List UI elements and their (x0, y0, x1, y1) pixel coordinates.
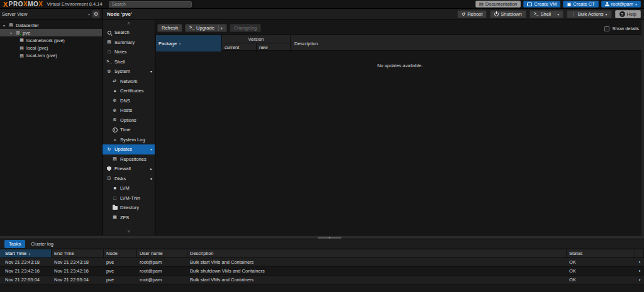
sidebar-item-dns[interactable]: ⊕ DNS (103, 96, 155, 106)
gear-icon: ⚙ (112, 117, 118, 122)
help-icon: ? (619, 11, 625, 17)
chevron-right-icon[interactable]: › (635, 259, 644, 265)
grid-icon: ▦ (112, 215, 118, 220)
sidebar-item-directory[interactable]: Directory (103, 203, 155, 213)
tree-item-localnetwork[interactable]: ▦ localnetwork (pve) (0, 36, 102, 44)
reboot-button[interactable]: ↺ Reboot (457, 10, 487, 18)
column-header-end-time[interactable]: End Time (52, 249, 104, 257)
column-header-user-name[interactable]: User name (137, 249, 187, 257)
empty-message: No updates available. (156, 63, 644, 68)
create-ct-button[interactable]: ▣ Create CT (563, 1, 599, 8)
sidebar-item-network[interactable]: ⇄ Network (103, 77, 155, 87)
column-header-description[interactable]: Description (291, 35, 644, 51)
scroll-up-icon[interactable]: ∧ (103, 21, 155, 26)
shell-button[interactable]: >_ Shell ▾ (530, 10, 564, 18)
task-row[interactable]: Nov 21 22:55:04 Nov 21 22:55:04 pve root… (0, 276, 644, 284)
sidebar-item-notes[interactable]: □ Notes (103, 47, 155, 57)
tree-item-local[interactable]: ▤ local (pve) (0, 45, 102, 52)
list-icon: ≡ (112, 138, 118, 142)
view-selector[interactable]: Server View ▾ ⚙ (0, 9, 103, 19)
sidebar-item-time[interactable]: Time (103, 125, 155, 135)
square-filled-icon: ■ (112, 186, 118, 190)
tree-item-datacenter[interactable]: ▾ ▤ Datacenter (0, 21, 102, 29)
column-header-new[interactable]: new (257, 43, 291, 51)
sort-asc-icon: ↑ (179, 41, 181, 46)
column-header-node[interactable]: Node (104, 249, 137, 257)
clock-icon (113, 127, 118, 132)
sidebar-item-shell[interactable]: >_ Shell (103, 57, 155, 67)
shield-icon (107, 166, 111, 171)
sidebar-item-zfs[interactable]: ▦ ZFS (103, 213, 155, 223)
book-icon: ▤ (479, 1, 484, 7)
tree-settings-button[interactable]: ⚙ (92, 10, 100, 18)
updates-panel: Refresh >_ Upgrade ▾ Changelog Show deta… (156, 20, 644, 235)
node-icon: ▥ (15, 30, 21, 35)
sidebar-item-certificates[interactable]: ● Certificates (103, 86, 155, 96)
column-header-start-time[interactable]: Start Time ↓ (0, 249, 52, 257)
column-header-status[interactable]: Status (567, 249, 635, 257)
column-header-current[interactable]: current (222, 43, 257, 51)
reboot-icon: ↺ (462, 11, 465, 17)
online-status-icon (19, 33, 22, 36)
changelog-button: Changelog (230, 24, 261, 32)
sidebar-item-firewall[interactable]: Firewall ▸ (103, 164, 155, 174)
sidebar-item-lvm-thin[interactable]: □ LVM-Thin (103, 193, 155, 203)
sidebar-item-system-log[interactable]: ≡ System Log (103, 135, 155, 145)
checkbox-icon[interactable] (604, 26, 609, 31)
chevron-down-icon[interactable]: ▾ (218, 25, 223, 31)
column-header-version[interactable]: Version (222, 35, 291, 43)
chevron-right-icon[interactable]: › (635, 277, 644, 283)
sidebar-item-lvm[interactable]: ■ LVM (103, 183, 155, 193)
note-icon: □ (106, 50, 112, 54)
gears-icon: ⚙ (106, 69, 112, 74)
top-header: XPROXMOX Virtual Environment 8.4.14 ▤ Do… (0, 0, 644, 9)
sidebar-item-system[interactable]: ⚙ System ▾ (103, 67, 155, 77)
gear-icon: ⚙ (94, 11, 98, 17)
bulk-actions-button[interactable]: ⋮ Bulk Actions ▾ (567, 10, 611, 18)
documentation-button[interactable]: ▤ Documentation (475, 1, 521, 8)
status-badge: OK (567, 277, 635, 283)
bulk-actions-icon: ⋮ (571, 11, 576, 17)
tree-item-local-lvm[interactable]: ▤ local-lvm (pve) (0, 52, 102, 60)
global-search-input[interactable] (109, 1, 192, 8)
sidebar-item-summary[interactable]: ▤ Summary (103, 38, 155, 48)
sort-desc-icon: ↓ (28, 251, 31, 256)
splitter-handle-icon[interactable]: ▾ (318, 237, 341, 239)
expander-icon[interactable]: ▾ (2, 23, 6, 28)
tree-item-pve[interactable]: ▾ ▥ pve (0, 29, 102, 36)
sidebar-item-search[interactable]: Search (103, 28, 155, 38)
folder-icon (113, 206, 118, 210)
task-row[interactable]: Nov 21 23:42:16 Nov 21 23:42:16 pve root… (0, 267, 644, 276)
sidebar-item-disks[interactable]: ⊟ Disks ▾ (103, 174, 155, 184)
user-menu-button[interactable]: root@pam ▾ (601, 1, 641, 8)
scroll-down-icon[interactable]: ∨ (103, 229, 155, 234)
tasks-panel: Tasks Cluster log Start Time ↓ End Time … (0, 239, 644, 292)
shutdown-button[interactable]: Shutdown (490, 10, 526, 18)
tab-tasks[interactable]: Tasks (4, 240, 25, 248)
proxmox-app: XPROXMOX Virtual Environment 8.4.14 ▤ Do… (0, 0, 644, 292)
expander-icon[interactable]: ▾ (9, 31, 13, 35)
refresh-button[interactable]: Refresh (157, 24, 182, 32)
sidebar-item-hosts[interactable]: ⊕ Hosts (103, 105, 155, 116)
exchange-icon: ⇄ (112, 78, 118, 84)
sidebar-item-options[interactable]: ⚙ Options (103, 116, 155, 126)
tab-cluster-log[interactable]: Cluster log (26, 240, 58, 248)
help-button[interactable]: ? Help (615, 10, 641, 18)
column-header-spacer (635, 249, 644, 257)
column-header-package[interactable]: Package ↑ (156, 35, 222, 51)
chevron-down-icon[interactable]: ▾ (555, 11, 559, 17)
resource-tree: ▾ ▤ Datacenter ▾ ▥ pve ▦ localnetwork (p… (0, 20, 103, 235)
sidebar-item-updates[interactable]: ↻ Updates ▾ (103, 144, 155, 154)
vertical-scrollbar[interactable] (641, 20, 644, 235)
task-row[interactable]: Nov 21 23:43:18 Nov 21 23:43:18 pve root… (0, 258, 644, 267)
certificate-icon: ● (112, 89, 118, 93)
sidebar-item-repositories[interactable]: ▤ Repositories (103, 154, 155, 165)
create-vm-button[interactable]: Create VM (523, 1, 560, 8)
status-badge: OK (567, 259, 635, 265)
upgrade-button[interactable]: >_ Upgrade ▾ (185, 24, 227, 32)
chevron-right-icon[interactable]: › (635, 268, 644, 274)
node-toolbar: Server View ▾ ⚙ Node 'pve' ↺ Reboot Shut… (0, 9, 644, 20)
column-header-description[interactable]: Description (187, 249, 567, 257)
repository-icon: ▤ (112, 156, 118, 161)
show-details-toggle[interactable]: Show details (604, 26, 639, 31)
